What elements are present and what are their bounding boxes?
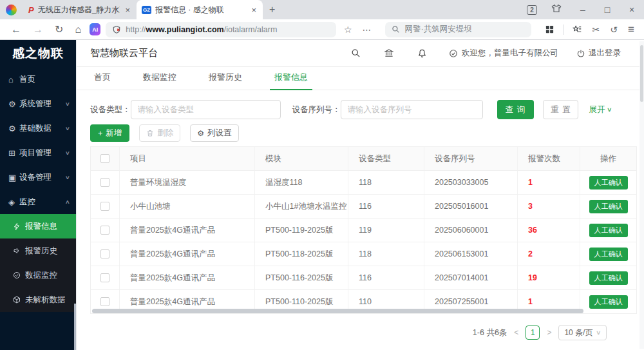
refresh-icon[interactable]: ↻ (49, 23, 69, 35)
tab2-close-icon[interactable]: × (250, 5, 258, 15)
manual-confirm-button[interactable]: 人工确认 (589, 176, 628, 190)
add-button[interactable]: + 新增 (90, 124, 129, 142)
browser-tab-2-active[interactable]: GZ 报警信息 · 感之物联 × (137, 0, 263, 19)
menu-hamburger-icon[interactable]: ≡ (623, 23, 639, 36)
shield-insecure-icon[interactable] (112, 25, 121, 34)
logout-button[interactable]: 退出登录 (567, 48, 621, 59)
sidebar-item-basedata[interactable]: ⚙ 基础数据 ∨ (0, 116, 76, 141)
shield-check-icon (13, 271, 21, 279)
prev-page-icon[interactable]: < (513, 328, 520, 337)
forward-icon[interactable]: → (27, 24, 49, 35)
app-window: 感之物联 ⌂ 首页 ⚙ 系统管理 ∨ ⚙ 基础数据 ∨ ⊞ (0, 40, 644, 350)
table-row: 普量环境温湿度 温湿度118 118 202503033005 1 人工确认 (91, 171, 636, 195)
screenshot-scissors-icon[interactable]: ✂ (588, 24, 605, 35)
new-tab-button[interactable]: + (263, 4, 281, 15)
organization-bank-icon[interactable] (372, 48, 406, 58)
expand-link[interactable]: 展开 ∨ (589, 104, 612, 115)
page-number-current[interactable]: 1 (526, 326, 540, 340)
user-circle-icon (449, 49, 458, 58)
ai-assistant-icon[interactable]: AI (90, 23, 100, 35)
browser-tab-bar: P 无线压力传感器_静力水准仪_ × GZ 报警信息 · 感之物联 × + 2 … (0, 0, 644, 19)
page-size-select[interactable]: 10 条/页 ∨ (558, 325, 607, 340)
device-type-input[interactable] (131, 100, 281, 119)
device-type-label: 设备类型： (90, 104, 131, 115)
alarm-count: 19 (528, 273, 537, 282)
table-toolbar: + 新增 删除 ⚙ 列设置 (90, 124, 644, 142)
sidebar-item-system[interactable]: ⚙ 系统管理 ∨ (0, 92, 76, 116)
notification-bell-icon[interactable] (406, 48, 439, 59)
table-row: 普量2025款4G通讯产品 PT500-119-2025版 119 202506… (91, 219, 636, 242)
welcome-user[interactable]: 欢迎您，普量电子有限公司 (439, 48, 567, 59)
maximize-button[interactable]: □ (595, 5, 620, 15)
url-text[interactable]: http://www.puliangiot.com/iotalarm/alarm (126, 25, 277, 34)
browser-search-placeholder: 网警·共筑网安堤坝 (405, 24, 472, 35)
header-actions: 欢迎您，普量电子有限公司 退出登录 (339, 48, 621, 59)
submenu-item-unparsed-data[interactable]: 未解析数据 (0, 287, 76, 312)
chevron-up-icon: ∧ (65, 199, 70, 205)
close-button[interactable]: × (620, 5, 644, 15)
row-checkbox[interactable] (100, 273, 109, 282)
submenu-item-alarm-history[interactable]: 报警历史 (0, 238, 76, 263)
hscrollbar-thumb[interactable] (92, 309, 583, 313)
delete-button[interactable]: 删除 (139, 124, 180, 142)
tab-alarm-history[interactable]: 报警历史 (207, 72, 244, 90)
minimize-button[interactable]: – (571, 5, 595, 15)
serial-input[interactable] (341, 100, 483, 119)
home-icon[interactable]: ⌂ (69, 24, 87, 35)
select-all-checkbox[interactable] (100, 154, 109, 163)
platform-title: 智慧物联云平台 (90, 47, 158, 59)
tab-data-monitor[interactable]: 数据监控 (141, 72, 178, 90)
tab-home[interactable]: 首页 (92, 72, 113, 90)
toolbar-separator (563, 24, 564, 35)
sidebar-item-project[interactable]: ⊞ 项目管理 ∨ (0, 141, 76, 165)
reset-button[interactable]: 重 置 (543, 100, 578, 119)
sidebar-item-monitor[interactable]: ◈ 监控 ∧ (0, 190, 76, 214)
theme-shirt-icon[interactable] (551, 4, 562, 15)
manual-confirm-button[interactable]: 人工确认 (589, 224, 628, 237)
manual-confirm-button[interactable]: 人工确认 (589, 271, 628, 285)
row-checkbox[interactable] (100, 226, 109, 235)
window-controls: 2 – □ × (527, 4, 644, 15)
favorites-list-icon[interactable] (567, 24, 587, 34)
cube-icon (13, 296, 21, 304)
submenu-item-alarm-info[interactable]: 报警信息 (0, 214, 76, 238)
column-settings-button[interactable]: ⚙ 列设置 (190, 124, 238, 142)
page-content: 设备类型： 设备序列号： 查 询 重 置 展开 ∨ + 新增 (77, 100, 644, 340)
speaker-icon (13, 247, 21, 255)
gear-icon: ⚙ (8, 124, 19, 133)
url-field[interactable]: http://www.puliangiot.com/iotalarm/alarm (106, 22, 336, 37)
browser-logo-icon[interactable] (6, 5, 17, 15)
tab-alarm-info-active[interactable]: 报警信息 (272, 72, 310, 90)
manual-confirm-button[interactable]: 人工确认 (589, 200, 628, 213)
alarm-count: 1 (528, 297, 533, 306)
submenu-item-data-monitor[interactable]: 数据监控 (0, 263, 76, 287)
header-search-icon[interactable] (339, 48, 372, 58)
search-button[interactable]: 查 询 (497, 100, 534, 119)
row-checkbox[interactable] (100, 202, 109, 211)
row-checkbox[interactable] (100, 297, 109, 306)
manual-confirm-button[interactable]: 人工确认 (589, 295, 628, 309)
row-checkbox[interactable] (100, 249, 109, 258)
home-icon: ⌂ (8, 75, 19, 84)
filter-bar: 设备类型： 设备序列号： 查 询 重 置 展开 ∨ (90, 100, 644, 119)
back-icon[interactable]: ← (5, 24, 27, 35)
gear-icon: ⚙ (8, 99, 19, 109)
alarm-count: 36 (528, 226, 537, 235)
sidebar-item-home[interactable]: ⌂ 首页 (0, 67, 76, 92)
alarm-count: 3 (528, 202, 533, 211)
pagination: 1-6 共6条 < 1 > 10 条/页 ∨ (90, 325, 637, 340)
sidebar-item-device[interactable]: ▣ 设备管理 ∨ (0, 165, 76, 190)
tab1-close-icon[interactable]: × (124, 5, 131, 15)
tab-count-badge[interactable]: 2 (527, 5, 537, 15)
table-row: 普量2025款4G通讯产品 PT500-116-2025版 116 202507… (91, 266, 636, 290)
more-actions-icon[interactable]: ⋯ (357, 24, 377, 35)
manual-confirm-button[interactable]: 人工确认 (589, 248, 628, 261)
vscrollbar-thumb[interactable] (640, 45, 643, 102)
browser-tab-1[interactable]: P 无线压力传感器_静力水准仪_ × (23, 0, 137, 19)
next-page-icon[interactable]: > (545, 328, 553, 337)
row-checkbox[interactable] (100, 178, 109, 187)
history-undo-icon[interactable]: ↺ (605, 24, 622, 35)
browser-search-box[interactable]: 网警·共筑网安堤坝 (385, 22, 531, 37)
bookmark-star-icon[interactable]: ☆ (336, 24, 357, 35)
apps-grid-icon[interactable] (540, 24, 559, 34)
